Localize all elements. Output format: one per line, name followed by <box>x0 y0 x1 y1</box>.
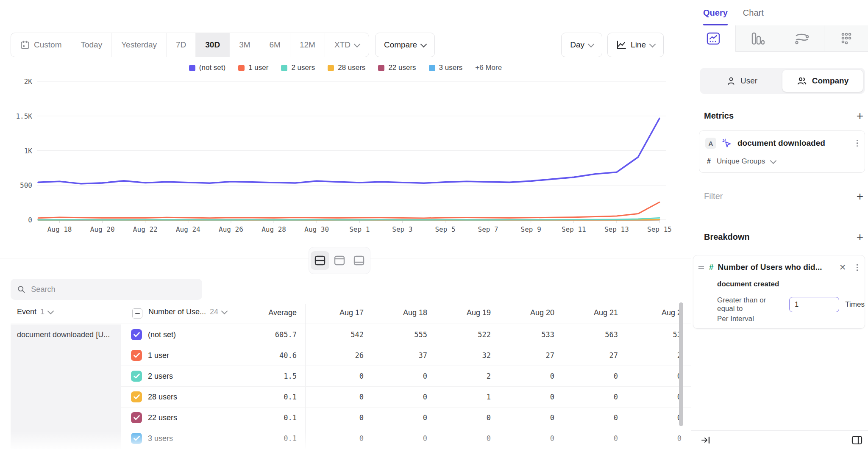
check-icon <box>134 353 140 358</box>
compare-button[interactable]: Compare <box>375 33 435 57</box>
value-cell: 0 <box>496 387 559 407</box>
toggle-user[interactable]: User <box>702 70 782 92</box>
breakdown-menu-button[interactable] <box>855 262 860 273</box>
event-header-label: Event <box>17 308 36 316</box>
series-checkbox[interactable] <box>131 350 142 361</box>
check-icon <box>134 415 140 420</box>
svg-text:Sep 7: Sep 7 <box>478 225 498 233</box>
table-row: 28 users0.1001000 <box>121 387 691 407</box>
metric-menu-button[interactable] <box>855 138 860 149</box>
table-row: 2 users1.5002000 <box>121 366 691 387</box>
value-cell: 542 <box>305 324 369 345</box>
legend-item[interactable]: 2 users <box>281 64 315 72</box>
metrics-section-header: Metrics + <box>704 111 863 121</box>
split-panel-icon[interactable] <box>851 435 862 445</box>
toggle-user-label: User <box>740 76 757 86</box>
series-checkbox[interactable] <box>131 371 142 382</box>
average-cell: 0.1 <box>206 387 297 407</box>
value-cell: 0 <box>369 387 432 407</box>
company-icon <box>797 77 807 85</box>
legend-item[interactable]: 28 users <box>328 64 365 72</box>
range-6m[interactable]: 6M <box>260 33 290 57</box>
collapse-panel-icon[interactable] <box>701 436 711 444</box>
remove-breakdown-button[interactable]: ✕ <box>835 262 851 272</box>
series-checkbox[interactable] <box>131 329 142 340</box>
add-filter-button[interactable]: + <box>857 192 863 201</box>
value-cell: 0 <box>369 428 432 449</box>
chart-type-dropdown[interactable]: Line <box>607 33 664 57</box>
tab-chart[interactable]: Chart <box>743 0 764 25</box>
date-column-header: Aug 18 <box>369 308 432 317</box>
toggle-company[interactable]: Company <box>782 70 863 92</box>
value-cell: 0 <box>623 366 687 386</box>
event-column-header[interactable]: Event 1 <box>17 308 53 316</box>
svg-text:2K: 2K <box>24 78 33 86</box>
date-range-toolbar: CustomTodayYesterday7D30D3M6M12MXTD Comp… <box>11 33 664 57</box>
range-3m[interactable]: 3M <box>229 33 259 57</box>
add-metric-button[interactable]: + <box>857 112 863 120</box>
drag-handle-icon[interactable] <box>698 265 705 270</box>
chevron-down-icon <box>354 41 361 47</box>
condition-value-input[interactable] <box>789 297 839 312</box>
average-cell: 1.5 <box>206 366 297 386</box>
range-yesterday[interactable]: Yesterday <box>111 33 166 57</box>
series-table-body: (not set)605.7542555522533563531 user40.… <box>121 324 691 449</box>
value-cells: 000000 <box>305 428 692 449</box>
table-only-view-button[interactable] <box>350 251 368 270</box>
value-cell: 0 <box>305 407 369 428</box>
metric-event-name: document downloaded <box>737 139 825 148</box>
search-input[interactable] <box>30 285 195 294</box>
value-cell: 555 <box>369 324 432 345</box>
average-cell: 605.7 <box>206 324 297 345</box>
main-area: 05001K1.5K2KAug 18Aug 20Aug 22Aug 24Aug … <box>0 0 691 449</box>
date-column-headers: Aug 17Aug 18Aug 19Aug 20Aug 21Aug 2 <box>305 308 692 317</box>
range-custom[interactable]: Custom <box>11 33 71 57</box>
select-all-checkbox[interactable] <box>132 308 142 319</box>
range-30d[interactable]: 30D <box>195 33 229 57</box>
split-view-button[interactable] <box>311 251 329 270</box>
metric-card[interactable]: A document downloaded # Unique Groups <box>699 130 865 173</box>
interval-dropdown[interactable]: Day <box>561 33 602 57</box>
filter-title: Filter <box>704 191 723 201</box>
series-label: 2 users <box>148 366 173 386</box>
chart-only-view-button[interactable] <box>330 251 349 270</box>
value-cell: 0 <box>305 428 369 449</box>
legend-swatch <box>189 65 195 71</box>
add-breakdown-button[interactable]: + <box>857 233 863 241</box>
legend-item[interactable]: 22 users <box>378 64 416 72</box>
range-12m[interactable]: 12M <box>290 33 325 57</box>
chart-legend: (not set)1 user2 users28 users22 users3 … <box>0 64 691 72</box>
legend-item[interactable]: (not set) <box>189 64 225 72</box>
range-label: 3M <box>239 40 250 50</box>
event-list-item[interactable]: document downloaded [U... <box>11 324 121 339</box>
range-label: XTD <box>334 40 351 50</box>
legend-swatch <box>429 65 435 71</box>
range-7d[interactable]: 7D <box>166 33 195 57</box>
legend-item[interactable]: 3 users <box>429 64 463 72</box>
value-cells: 000000 <box>305 407 692 428</box>
event-list: document downloaded [U... <box>11 324 121 449</box>
legend-label: 2 users <box>291 64 315 72</box>
value-cell: 0 <box>623 428 687 449</box>
table-row: 3 users0.1000000 <box>121 428 691 449</box>
chart-type-line-button[interactable] <box>691 25 735 52</box>
vertical-scrollbar[interactable] <box>679 302 683 426</box>
series-checkbox[interactable] <box>131 433 142 444</box>
metric-aggregation[interactable]: # Unique Groups <box>707 157 776 166</box>
series-label: 3 users <box>148 428 173 449</box>
series-checkbox[interactable] <box>131 391 142 402</box>
chart-type-matrix-button[interactable] <box>824 25 868 52</box>
legend-more-button[interactable]: +6 More <box>475 64 502 72</box>
value-cell: 0 <box>305 366 369 386</box>
range-today[interactable]: Today <box>71 33 111 57</box>
series-label: 22 users <box>148 407 177 428</box>
series-checkbox[interactable] <box>131 412 142 423</box>
range-xtd[interactable]: XTD <box>325 33 369 57</box>
tab-query[interactable]: Query <box>703 0 728 25</box>
legend-item[interactable]: 1 user <box>238 64 268 72</box>
chart-type-flow-button[interactable] <box>780 25 824 52</box>
line-chart-icon <box>616 40 626 50</box>
flow-icon <box>795 33 809 44</box>
chart-type-bar-button[interactable] <box>735 25 780 52</box>
legend-swatch <box>238 65 245 71</box>
